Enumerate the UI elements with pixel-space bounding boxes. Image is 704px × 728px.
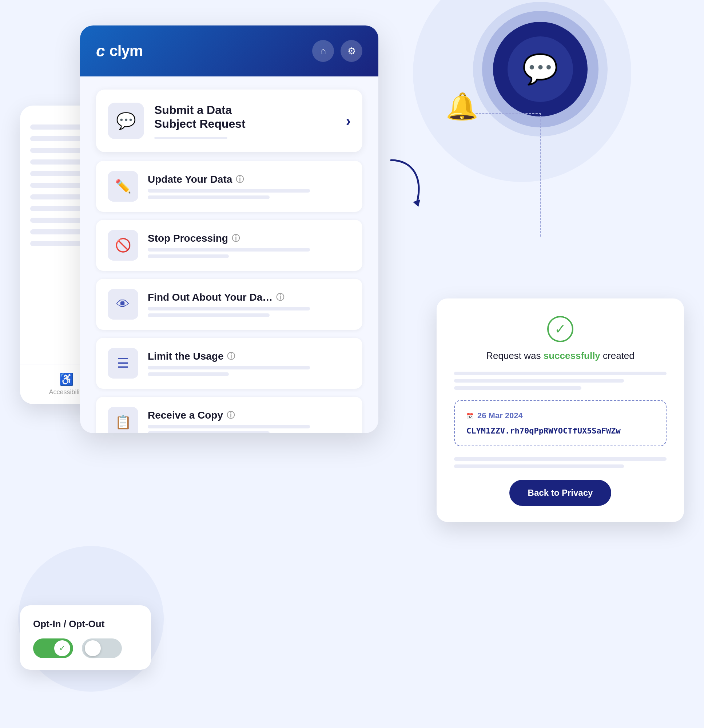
success-line — [454, 386, 581, 390]
item-line — [148, 425, 310, 428]
item-line — [148, 313, 270, 317]
menu-item-copy[interactable]: 📋 Receive a Copy ⓘ — [96, 397, 362, 433]
info-icon-copy: ⓘ — [226, 410, 235, 421]
item-line — [148, 254, 229, 258]
token-date: 📅 26 Mar 2024 — [466, 411, 654, 420]
toggle-on-knob: ✓ — [54, 640, 70, 656]
calendar-icon: 📅 — [466, 412, 474, 419]
menu-item-content-limit: Limit the Usage ⓘ — [148, 351, 351, 376]
notification-circle-inner: 💬 — [508, 36, 573, 102]
item-line — [148, 366, 310, 370]
extra-line — [454, 464, 624, 468]
info-icon-update: ⓘ — [236, 174, 244, 185]
dsr-text: Submit a Data Subject Request — [154, 103, 245, 139]
bell-icon: 🔔 — [446, 91, 478, 122]
accessibility-label: Accessibility — [49, 389, 84, 396]
item-line — [148, 195, 270, 199]
back-to-privacy-button[interactable]: Back to Privacy — [509, 480, 611, 506]
success-message: Request was successfully created — [454, 350, 666, 361]
notification-circle: 💬 — [493, 22, 587, 117]
menu-item-content-copy: Receive a Copy ⓘ — [148, 409, 351, 433]
dsr-chat-icon: 💬 — [116, 111, 136, 130]
menu-item-limit[interactable]: ☰ Limit the Usage ⓘ — [96, 338, 362, 389]
app-logo: c clym — [96, 42, 143, 60]
app-card-main: c clym ⌂ ⚙ 💬 Submit a Data Subject Reque… — [80, 26, 378, 433]
app-header: c clym ⌂ ⚙ — [80, 26, 378, 77]
info-icon-stop: ⓘ — [232, 233, 240, 244]
menu-item-icon-box-update: ✏️ — [108, 171, 138, 202]
home-button[interactable]: ⌂ — [312, 40, 334, 62]
dsr-title: Submit a Data Subject Request — [154, 103, 245, 131]
menu-item-title-stop: Stop Processing ⓘ — [148, 233, 351, 244]
toggle-off[interactable] — [82, 638, 122, 658]
dsr-arrow-icon: › — [346, 113, 351, 129]
menu-item-icon-box-limit: ☰ — [108, 348, 138, 378]
item-line — [148, 307, 310, 311]
connector-line-v — [540, 113, 541, 237]
list-icon: ☰ — [117, 355, 129, 371]
header-icons: ⌂ ⚙ — [312, 40, 362, 62]
token-value: CLYM1ZZV.rh70qPpRWYOCTfUX5SaFWZw — [466, 426, 654, 435]
success-line — [454, 372, 666, 375]
success-message-highlight: successfully — [544, 350, 600, 361]
toggle-off-knob — [85, 640, 101, 656]
settings-button[interactable]: ⚙ — [340, 40, 362, 62]
extra-line — [454, 457, 666, 461]
menu-item-update[interactable]: ✏️ Update Your Data ⓘ — [96, 161, 362, 212]
logo-c: c — [96, 42, 105, 60]
opt-card: Opt-In / Opt-Out ✓ — [20, 605, 151, 670]
menu-item-stop[interactable]: 🚫 Stop Processing ⓘ — [96, 220, 362, 271]
dsr-icon-box: 💬 — [108, 103, 144, 139]
accessibility-icon: ♿ — [59, 373, 74, 386]
success-icon-row: ✓ — [454, 316, 666, 342]
stop-icon: 🚫 — [115, 238, 131, 253]
menu-item-icon-box-stop: 🚫 — [108, 230, 138, 261]
nav-item-accessibility[interactable]: ♿ Accessibility — [49, 373, 84, 396]
item-line — [148, 189, 310, 192]
token-date-label: 26 Mar 2024 — [478, 411, 523, 420]
menu-item-title-copy: Receive a Copy ⓘ — [148, 409, 351, 421]
menu-item-content-stop: Stop Processing ⓘ — [148, 233, 351, 258]
menu-item-title-update: Update Your Data ⓘ — [148, 173, 351, 185]
opt-title: Opt-In / Opt-Out — [33, 618, 138, 630]
item-line — [148, 248, 310, 251]
item-line — [148, 373, 229, 376]
dsr-card[interactable]: 💬 Submit a Data Subject Request › — [96, 90, 362, 152]
eye-icon: 👁 — [117, 297, 130, 312]
toggle-on[interactable]: ✓ — [33, 638, 73, 658]
success-message-suffix: created — [603, 350, 635, 361]
success-line — [454, 379, 624, 383]
menu-item-content-update: Update Your Data ⓘ — [148, 173, 351, 199]
success-message-prefix: Request was — [486, 350, 544, 361]
arrow-curve — [384, 156, 427, 208]
menu-item-icon-box-findout: 👁 — [108, 289, 138, 319]
success-check-icon: ✓ — [547, 316, 573, 342]
menu-item-title-limit: Limit the Usage ⓘ — [148, 351, 351, 362]
menu-item-title-findout: Find Out About Your Da… ⓘ — [148, 292, 351, 303]
item-line — [148, 431, 270, 433]
menu-item-icon-box-copy: 📋 — [108, 407, 138, 433]
toggles-row: ✓ — [33, 638, 138, 658]
menu-list: ✏️ Update Your Data ⓘ 🚫 Stop Processing — [80, 152, 378, 433]
connector-line-h — [476, 113, 541, 114]
info-icon-limit: ⓘ — [227, 351, 235, 362]
logo-text: clym — [109, 42, 143, 60]
menu-item-findout[interactable]: 👁 Find Out About Your Da… ⓘ — [96, 279, 362, 330]
chat-icon: 💬 — [522, 52, 558, 86]
info-icon-findout: ⓘ — [276, 292, 284, 303]
menu-item-content-findout: Find Out About Your Da… ⓘ — [148, 292, 351, 317]
dsr-underline — [154, 137, 227, 139]
copy-icon: 📋 — [115, 415, 131, 430]
placeholder-line — [30, 183, 83, 188]
token-box: 📅 26 Mar 2024 CLYM1ZZV.rh70qPpRWYOCTfUX5… — [454, 400, 666, 446]
success-card: ✓ Request was successfully created 📅 26 … — [437, 299, 684, 522]
pencil-icon: ✏️ — [115, 179, 131, 194]
